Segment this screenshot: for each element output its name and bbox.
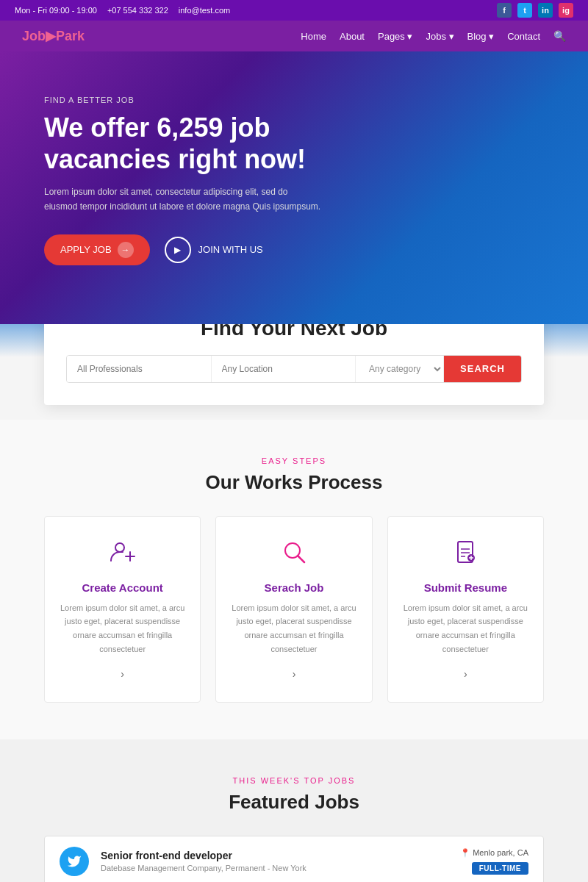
logo: Job▶Park: [22, 28, 85, 44]
works-title: Our Works Process: [44, 471, 544, 494]
works-grid: Create Account Lorem ipsum dolor sit ame…: [44, 516, 544, 703]
submit-resume-title: Submit Resume: [403, 581, 528, 594]
social-icons: f t in ig: [497, 3, 573, 18]
hero-buttons: APPLY JOB → ▶ JOIN WITH US: [44, 234, 544, 265]
search-bar: Any category IT Finance Marketing SEARCH: [66, 355, 522, 383]
submit-resume-arrow[interactable]: ›: [403, 668, 528, 680]
job-badge-1: FULL-TIME: [472, 862, 528, 875]
search-job-desc: Lorem ipsum dolor sit amet, a arcu justo…: [231, 601, 356, 656]
job-location-1: 📍 Menlo park, CA: [460, 848, 528, 858]
instagram-icon[interactable]: ig: [559, 3, 573, 18]
email: info@test.com: [179, 6, 230, 15]
job-title-1: Senior front-end developer: [101, 850, 448, 861]
nav-pages[interactable]: Pages ▾: [378, 31, 412, 42]
location-input[interactable]: [212, 356, 356, 382]
create-account-title: Create Account: [60, 581, 185, 594]
job-info-1: Senior front-end developer Datebase Mana…: [101, 850, 448, 872]
featured-jobs-label: THIS WEEK'S TOP JOBS: [44, 776, 544, 785]
category-select[interactable]: Any category IT Finance Marketing: [356, 356, 444, 382]
job-list: Senior front-end developer Datebase Mana…: [44, 836, 544, 883]
profession-input[interactable]: [67, 356, 212, 382]
top-bar: Mon - Fri 09:00 - 19:00 +07 554 332 322 …: [0, 0, 588, 21]
phone: +07 554 332 322: [107, 6, 168, 15]
create-account-icon: [60, 539, 185, 571]
nav-links: Home About Pages ▾ Jobs ▾ Blog ▾ Contact…: [301, 30, 566, 42]
create-account-desc: Lorem ipsum dolor sit amet, a arcu justo…: [60, 601, 185, 656]
work-card-search-job: Serach Job Lorem ipsum dolor sit amet, a…: [215, 516, 372, 703]
featured-jobs-title: Featured Jobs: [44, 791, 544, 814]
hero-section: FIND A BETTER JOB We offer 6,259 job vac…: [0, 51, 588, 324]
join-with-us-button[interactable]: ▶ JOIN WITH US: [165, 237, 263, 263]
hero-description: Lorem ipsum dolor sit amet, consectetur …: [44, 185, 323, 213]
works-label: EASY STEPS: [44, 456, 544, 465]
schedule: Mon - Fri 09:00 - 19:00: [15, 6, 97, 15]
nav-home[interactable]: Home: [301, 31, 326, 42]
create-account-arrow[interactable]: ›: [60, 668, 185, 680]
job-meta-1: 📍 Menlo park, CA FULL-TIME: [460, 848, 528, 875]
search-button[interactable]: SEARCH: [444, 356, 521, 382]
svg-line-4: [298, 556, 304, 562]
apply-job-button[interactable]: APPLY JOB →: [44, 234, 150, 265]
work-card-submit-resume: Submit Resume Lorem ipsum dolor sit amet…: [387, 516, 544, 703]
svg-point-0: [115, 543, 124, 552]
job-item-1[interactable]: Senior front-end developer Datebase Mana…: [44, 836, 544, 883]
hero-subtitle: FIND A BETTER JOB: [44, 96, 544, 104]
navbar: Job▶Park Home About Pages ▾ Jobs ▾ Blog …: [0, 21, 588, 51]
nav-blog[interactable]: Blog ▾: [467, 31, 495, 42]
hero-title: We offer 6,259 job vacancies right now!: [44, 112, 353, 175]
search-job-arrow[interactable]: ›: [231, 668, 356, 680]
nav-about[interactable]: About: [340, 31, 365, 42]
search-icon[interactable]: 🔍: [553, 30, 566, 42]
featured-jobs-section: THIS WEEK'S TOP JOBS Featured Jobs Senio…: [0, 739, 588, 883]
submit-resume-desc: Lorem ipsum dolor sit amet, a arcu justo…: [403, 601, 528, 656]
search-job-icon: [231, 539, 356, 571]
work-card-create-account: Create Account Lorem ipsum dolor sit ame…: [44, 516, 201, 703]
nav-jobs[interactable]: Jobs ▾: [426, 31, 453, 42]
nav-contact[interactable]: Contact: [507, 31, 540, 42]
works-section: EASY STEPS Our Works Process Create Acco…: [0, 420, 588, 739]
twitter-logo: [60, 847, 89, 876]
facebook-icon[interactable]: f: [497, 3, 512, 18]
submit-resume-icon: [403, 539, 528, 571]
linkedin-icon[interactable]: in: [538, 3, 553, 18]
job-subtitle-1: Datebase Management Company, Permanent -…: [101, 864, 448, 872]
play-icon: ▶: [165, 237, 191, 263]
twitter-icon[interactable]: t: [517, 3, 532, 18]
apply-arrow-icon: →: [118, 242, 134, 258]
search-job-title: Serach Job: [231, 581, 356, 594]
top-bar-left: Mon - Fri 09:00 - 19:00 +07 554 332 322 …: [15, 6, 230, 15]
